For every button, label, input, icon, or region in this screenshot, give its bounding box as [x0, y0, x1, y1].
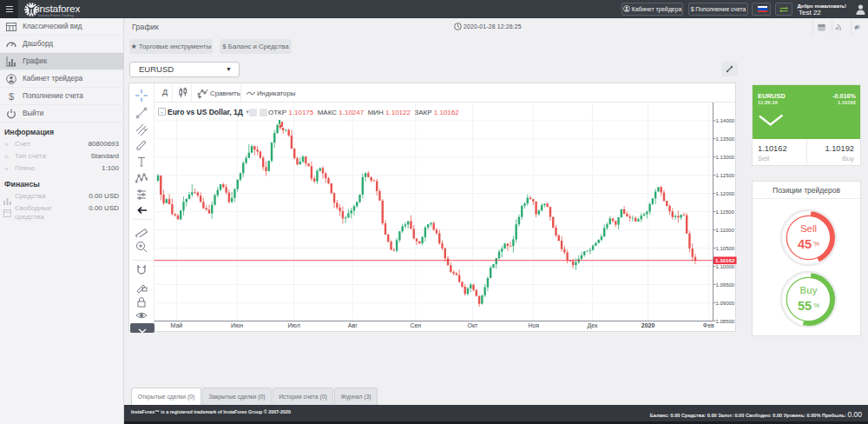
svg-text:Июл: Июл — [288, 322, 300, 328]
svg-text:1.13500: 1.13500 — [716, 136, 735, 142]
svg-text:Фев: Фев — [703, 322, 714, 328]
svg-text:Окт: Окт — [468, 322, 479, 328]
svg-text:1.12000: 1.12000 — [716, 191, 735, 196]
svg-text:1.08500: 1.08500 — [716, 319, 735, 324]
svg-text:1.11500: 1.11500 — [716, 209, 735, 215]
svg-text:$: $ — [9, 91, 14, 102]
svg-text:1.10500: 1.10500 — [716, 246, 735, 251]
svg-text:1.14000: 1.14000 — [716, 118, 735, 123]
svg-text:1.11000: 1.11000 — [716, 228, 735, 233]
svg-text:Сен: Сен — [410, 322, 421, 328]
svg-text:Июн: Июн — [231, 322, 243, 328]
svg-text:1.10162: 1.10162 — [715, 257, 735, 263]
svg-text:2020: 2020 — [641, 322, 655, 328]
svg-text:1.09000: 1.09000 — [716, 301, 735, 306]
svg-text:Дек: Дек — [588, 322, 599, 329]
svg-text:Май: Май — [171, 322, 183, 328]
svg-text:Авг: Авг — [348, 322, 358, 328]
svg-text:1.09500: 1.09500 — [716, 282, 735, 288]
svg-text:1.10000: 1.10000 — [716, 264, 735, 269]
svg-text:1.13000: 1.13000 — [716, 155, 735, 160]
svg-text:1.12500: 1.12500 — [716, 173, 735, 178]
svg-text:Ноя: Ноя — [528, 322, 539, 328]
